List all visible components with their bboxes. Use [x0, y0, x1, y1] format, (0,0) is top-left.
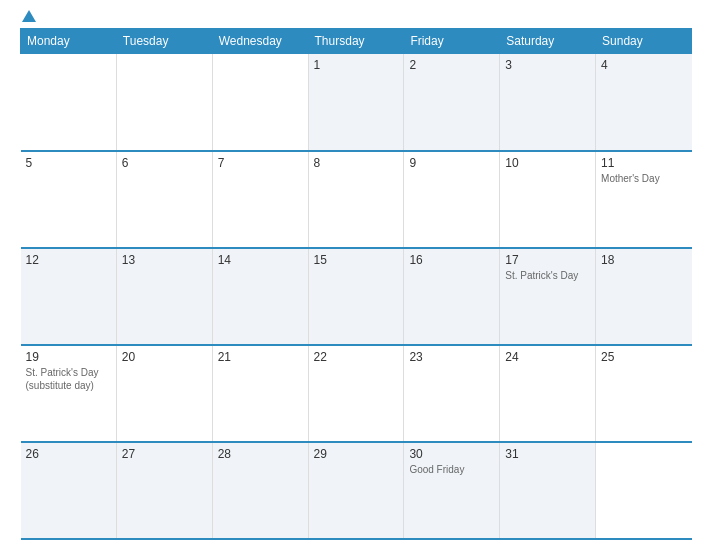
day-number: 9 [409, 156, 494, 170]
weekday-header-row: MondayTuesdayWednesdayThursdayFridaySatu… [21, 29, 692, 54]
weekday-header-tuesday: Tuesday [116, 29, 212, 54]
day-number: 31 [505, 447, 590, 461]
day-number: 10 [505, 156, 590, 170]
calendar-cell: 4 [596, 54, 692, 151]
holiday-label: St. Patrick's Day (substitute day) [26, 366, 111, 392]
calendar-cell: 20 [116, 345, 212, 442]
day-number: 11 [601, 156, 686, 170]
logo [20, 10, 37, 22]
day-number: 13 [122, 253, 207, 267]
day-number: 18 [601, 253, 686, 267]
calendar-cell: 10 [500, 151, 596, 248]
calendar-cell: 3 [500, 54, 596, 151]
day-number: 24 [505, 350, 590, 364]
calendar-table: MondayTuesdayWednesdayThursdayFridaySatu… [20, 28, 692, 540]
calendar-cell: 7 [212, 151, 308, 248]
weekday-header-sunday: Sunday [596, 29, 692, 54]
calendar-cell: 9 [404, 151, 500, 248]
weekday-header-monday: Monday [21, 29, 117, 54]
holiday-label: Good Friday [409, 463, 494, 476]
calendar-cell: 8 [308, 151, 404, 248]
day-number: 17 [505, 253, 590, 267]
calendar-cell: 25 [596, 345, 692, 442]
calendar-cell: 14 [212, 248, 308, 345]
day-number: 25 [601, 350, 686, 364]
calendar-cell: 30Good Friday [404, 442, 500, 539]
top-bar [20, 10, 692, 22]
day-number: 30 [409, 447, 494, 461]
calendar-cell [116, 54, 212, 151]
calendar-cell: 31 [500, 442, 596, 539]
calendar-week-row: 1234 [21, 54, 692, 151]
day-number: 14 [218, 253, 303, 267]
calendar-cell: 2 [404, 54, 500, 151]
day-number: 27 [122, 447, 207, 461]
day-number: 28 [218, 447, 303, 461]
day-number: 20 [122, 350, 207, 364]
calendar-cell: 16 [404, 248, 500, 345]
calendar-cell: 12 [21, 248, 117, 345]
weekday-header-thursday: Thursday [308, 29, 404, 54]
day-number: 8 [314, 156, 399, 170]
calendar-week-row: 2627282930Good Friday31 [21, 442, 692, 539]
holiday-label: Mother's Day [601, 172, 686, 185]
calendar-cell: 6 [116, 151, 212, 248]
calendar-cell: 17St. Patrick's Day [500, 248, 596, 345]
calendar-cell: 15 [308, 248, 404, 345]
calendar-cell [21, 54, 117, 151]
calendar-week-row: 121314151617St. Patrick's Day18 [21, 248, 692, 345]
calendar-cell: 28 [212, 442, 308, 539]
calendar-cell: 26 [21, 442, 117, 539]
calendar-cell: 5 [21, 151, 117, 248]
day-number: 16 [409, 253, 494, 267]
calendar-cell: 22 [308, 345, 404, 442]
holiday-label: St. Patrick's Day [505, 269, 590, 282]
day-number: 21 [218, 350, 303, 364]
weekday-header-saturday: Saturday [500, 29, 596, 54]
calendar-cell: 18 [596, 248, 692, 345]
day-number: 1 [314, 58, 399, 72]
calendar-cell: 27 [116, 442, 212, 539]
day-number: 22 [314, 350, 399, 364]
calendar-cell [212, 54, 308, 151]
calendar-cell [596, 442, 692, 539]
day-number: 12 [26, 253, 111, 267]
calendar-cell: 24 [500, 345, 596, 442]
calendar-cell: 21 [212, 345, 308, 442]
calendar-cell: 23 [404, 345, 500, 442]
calendar-cell: 29 [308, 442, 404, 539]
logo-triangle-icon [22, 10, 36, 22]
day-number: 19 [26, 350, 111, 364]
day-number: 26 [26, 447, 111, 461]
calendar-week-row: 19St. Patrick's Day (substitute day)2021… [21, 345, 692, 442]
day-number: 7 [218, 156, 303, 170]
day-number: 6 [122, 156, 207, 170]
day-number: 2 [409, 58, 494, 72]
calendar-cell: 13 [116, 248, 212, 345]
calendar-cell: 1 [308, 54, 404, 151]
weekday-header-friday: Friday [404, 29, 500, 54]
day-number: 15 [314, 253, 399, 267]
day-number: 29 [314, 447, 399, 461]
weekday-header-wednesday: Wednesday [212, 29, 308, 54]
day-number: 23 [409, 350, 494, 364]
day-number: 5 [26, 156, 111, 170]
day-number: 3 [505, 58, 590, 72]
calendar-cell: 19St. Patrick's Day (substitute day) [21, 345, 117, 442]
calendar-cell: 11Mother's Day [596, 151, 692, 248]
calendar-week-row: 567891011Mother's Day [21, 151, 692, 248]
day-number: 4 [601, 58, 686, 72]
